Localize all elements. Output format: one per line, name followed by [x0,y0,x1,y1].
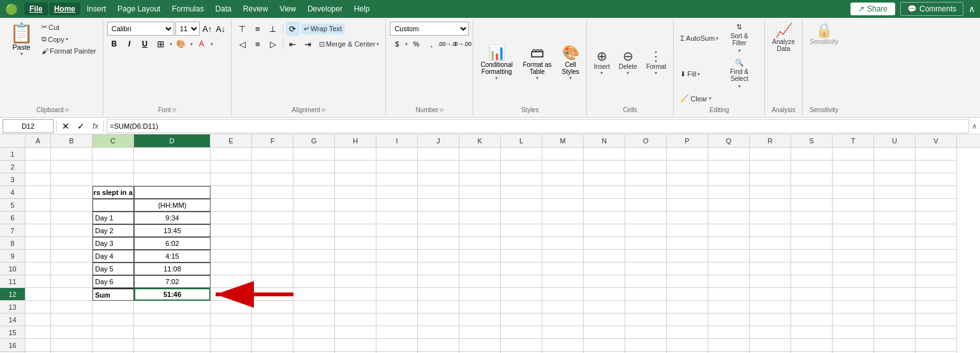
cell-C1[interactable] [93,148,134,161]
delete-button[interactable]: ⊖ Delete ▾ [616,48,641,78]
percent-button[interactable]: % [409,37,423,51]
row-num-16[interactable]: 16 [0,339,26,352]
merge-center-button[interactable]: ⊡ Merge & Center ▾ [316,39,382,50]
cell-V10[interactable] [916,263,957,275]
row-num-11[interactable]: 11 [0,275,26,288]
row-num-9[interactable]: 9 [0,250,26,263]
menu-data[interactable]: Data [210,3,236,15]
cell-J5[interactable] [418,199,459,212]
cell-I14[interactable] [376,313,418,326]
cell-V6[interactable] [916,212,957,224]
cell-T15[interactable] [833,326,874,339]
increase-decimal-button[interactable]: .0→.00 [455,37,469,51]
row-num-14[interactable]: 14 [0,313,26,326]
cell-H14[interactable] [335,313,376,326]
cell-K16[interactable] [459,339,501,352]
col-header-I[interactable]: I [376,134,418,147]
cell-V16[interactable] [916,339,957,352]
cell-A16[interactable] [26,339,51,352]
cell-S10[interactable] [791,263,833,275]
align-expand-icon[interactable]: ⧉ [322,107,325,113]
cell-R11[interactable] [750,275,791,288]
cell-K9[interactable] [459,250,501,263]
col-header-U[interactable]: U [874,134,916,147]
cell-Q3[interactable] [708,173,750,186]
cell-V2[interactable] [916,161,957,173]
cell-P15[interactable] [667,326,708,339]
cell-L7[interactable] [501,224,542,237]
copy-button[interactable]: ⧉ Copy ▾ [39,34,99,45]
cell-S2[interactable] [791,161,833,173]
cell-J14[interactable] [418,313,459,326]
cell-A14[interactable] [26,313,51,326]
cell-G11[interactable] [293,275,335,288]
cell-H10[interactable] [335,263,376,275]
cell-B15[interactable] [51,326,93,339]
cell-S12[interactable] [791,288,833,301]
cell-R2[interactable] [750,161,791,173]
cell-V4[interactable] [916,186,957,199]
cell-P13[interactable] [667,301,708,313]
cell-Q16[interactable] [708,339,750,352]
cell-F1[interactable] [252,148,293,161]
cell-I4[interactable] [376,186,418,199]
cell-L5[interactable] [501,199,542,212]
cell-D4[interactable] [134,186,211,199]
cell-L14[interactable] [501,313,542,326]
cell-U15[interactable] [874,326,916,339]
cell-Q11[interactable] [708,275,750,288]
cell-L8[interactable] [501,237,542,250]
cell-G15[interactable] [293,326,335,339]
cell-H9[interactable] [335,250,376,263]
cell-N7[interactable] [584,224,625,237]
cell-N14[interactable] [584,313,625,326]
comments-button[interactable]: 💬 Comments [900,2,963,16]
font-size-select[interactable]: 11 [175,22,200,36]
cell-N12[interactable] [584,288,625,301]
row-num-2[interactable]: 2 [0,161,26,173]
cell-A13[interactable] [26,301,51,313]
cell-Q5[interactable] [708,199,750,212]
cell-U7[interactable] [874,224,916,237]
cell-J2[interactable] [418,161,459,173]
cell-C8[interactable]: Day 3 [93,237,134,250]
cell-M1[interactable] [542,148,584,161]
cell-Q13[interactable] [708,301,750,313]
cell-N9[interactable] [584,250,625,263]
cell-S16[interactable] [791,339,833,352]
cell-Q1[interactable] [708,148,750,161]
col-header-T[interactable]: T [833,134,874,147]
decrease-font-button[interactable]: A↓ [214,22,227,36]
cell-D8[interactable]: 6:02 [134,237,211,250]
cell-Q6[interactable] [708,212,750,224]
cell-K14[interactable] [459,313,501,326]
cell-B5[interactable] [51,199,93,212]
fill-button[interactable]: ⬇ Fill ▾ [678,69,716,80]
cell-A6[interactable] [26,212,51,224]
cell-L13[interactable] [501,301,542,313]
cell-D10[interactable]: 11:08 [134,263,211,275]
cell-G14[interactable] [293,313,335,326]
menu-help[interactable]: Help [349,3,375,15]
row-num-12[interactable]: 12 [0,288,26,301]
cell-B3[interactable] [51,173,93,186]
col-header-H[interactable]: H [335,134,376,147]
cell-S11[interactable] [791,275,833,288]
menu-developer[interactable]: Developer [302,3,348,15]
cell-B2[interactable] [51,161,93,173]
cell-S15[interactable] [791,326,833,339]
share-button[interactable]: ↗ Share [850,3,895,15]
decrease-indent-button[interactable]: ⇤ [286,37,300,51]
cell-I13[interactable] [376,301,418,313]
cell-C10[interactable]: Day 5 [93,263,134,275]
cell-L16[interactable] [501,339,542,352]
cell-B6[interactable] [51,212,93,224]
align-right-button[interactable]: ▷ [266,37,280,51]
cell-R8[interactable] [750,237,791,250]
formula-input[interactable] [107,119,969,133]
row-num-4[interactable]: 4 [0,186,26,199]
cell-B1[interactable] [51,148,93,161]
cell-E4[interactable] [211,186,252,199]
cell-T14[interactable] [833,313,874,326]
cell-V12[interactable] [916,288,957,301]
